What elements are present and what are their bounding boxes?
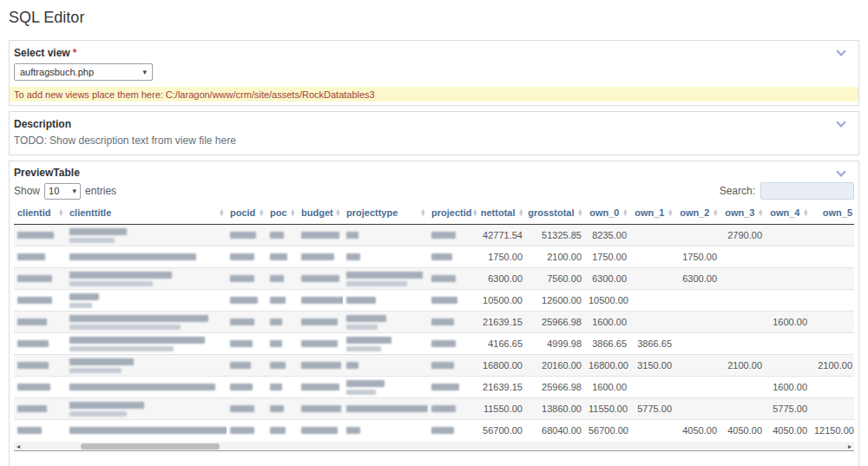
cell-own_4 — [766, 268, 811, 290]
sort-icon[interactable]: ▴▾ — [578, 209, 582, 216]
cell-grosstotal: 68040.00 — [526, 420, 585, 442]
sort-icon[interactable]: ▴▾ — [59, 209, 62, 216]
cell-nettotal: 6300.00 — [476, 268, 526, 290]
redacted-text — [230, 362, 251, 369]
select-view-label: Select view* — [14, 47, 858, 59]
column-header-clienttitle[interactable]: clienttitle▴▾ — [66, 202, 227, 225]
sort-icon[interactable]: ▴▾ — [668, 209, 672, 216]
cell-pocid — [227, 420, 266, 442]
column-header-own_2[interactable]: own_2▴▾ — [675, 202, 720, 225]
search-control: Search: — [720, 182, 854, 200]
redacted-text — [301, 275, 339, 282]
cell-poc — [266, 420, 298, 442]
cell-own_4: 1600.00 — [766, 377, 811, 398]
redacted-text — [346, 272, 423, 279]
column-header-pocid[interactable]: pocid▴▾ — [227, 202, 266, 225]
redacted-text — [230, 297, 258, 304]
sort-icon[interactable]: ▴▾ — [713, 209, 717, 216]
entries-label: entries — [85, 185, 116, 197]
cell-own_0: 16800.00 — [585, 355, 630, 377]
redacted-text — [69, 315, 208, 322]
cell-clienttitle — [66, 355, 227, 377]
redacted-text — [17, 340, 49, 347]
cell-own_0: 1750.00 — [585, 246, 630, 268]
table-row: 56700.0068040.0056700.004050.004050.0040… — [14, 420, 854, 442]
preview-table-panel: PreviewTable Show 10 ▾ entries Search: c… — [9, 161, 859, 466]
scroll-right-icon[interactable]: ▸ — [845, 442, 854, 451]
table-row: 4166.654999.983866.653866.65 — [14, 333, 854, 355]
cell-own_0: 3866.65 — [585, 333, 630, 355]
redacted-text — [69, 402, 144, 409]
page-length-select[interactable]: 10 ▾ — [44, 183, 81, 200]
cell-own_4: 5775.00 — [766, 398, 811, 420]
redacted-text — [346, 325, 378, 330]
cell-grosstotal: 25966.98 — [526, 377, 585, 398]
search-input[interactable] — [760, 182, 854, 200]
sort-icon[interactable]: ▴▾ — [220, 209, 223, 216]
horizontal-scrollbar[interactable]: ◂ ▸ — [14, 442, 854, 451]
redacted-text — [431, 405, 456, 412]
redacted-text — [230, 384, 253, 391]
redacted-text — [230, 275, 254, 282]
sort-icon[interactable]: ▴▾ — [519, 209, 523, 216]
column-header-budget[interactable]: budget▴▾ — [298, 202, 343, 225]
cell-clienttitle — [66, 246, 227, 268]
redacted-text — [69, 293, 99, 300]
view-select[interactable]: auftragsbuch.php ▾ — [14, 63, 153, 81]
column-header-own_1[interactable]: own_1▴▾ — [630, 202, 675, 225]
sort-icon[interactable]: ▴▾ — [623, 209, 627, 216]
scroll-left-icon[interactable]: ◂ — [14, 442, 23, 451]
redacted-text — [301, 427, 338, 434]
redacted-text — [431, 427, 454, 434]
column-header-own_5[interactable]: own_5 — [811, 202, 854, 225]
cell-own_1 — [630, 225, 675, 246]
column-header-nettotal[interactable]: nettotal▴▾ — [476, 202, 526, 225]
redacted-text — [17, 318, 47, 325]
sort-icon[interactable]: ▴▾ — [336, 209, 339, 216]
column-header-own_0[interactable]: own_0▴▾ — [585, 202, 630, 225]
cell-projecttype — [343, 355, 428, 377]
redacted-text — [346, 315, 386, 322]
cell-nettotal: 21639.15 — [476, 377, 526, 398]
cell-pocid — [227, 398, 266, 420]
cell-poc — [266, 246, 298, 268]
column-header-poc[interactable]: poc▴▾ — [266, 202, 298, 225]
cell-clienttitle — [66, 398, 227, 420]
redacted-text — [301, 405, 341, 412]
sort-icon[interactable]: ▴▾ — [421, 209, 424, 216]
cell-pocid — [227, 290, 266, 312]
column-label: own_5 — [823, 207, 852, 218]
cell-grosstotal: 25966.98 — [526, 312, 585, 333]
cell-pocid — [227, 355, 266, 377]
caret-down-icon: ▾ — [73, 187, 77, 195]
column-header-grosstotal[interactable]: grosstotal▴▾ — [526, 202, 585, 225]
scrollbar-thumb[interactable] — [81, 443, 220, 450]
redacted-text — [346, 405, 428, 412]
cell-poc — [266, 333, 298, 355]
sort-icon[interactable]: ▴▾ — [291, 209, 294, 216]
sort-icon[interactable]: ▴▾ — [759, 209, 762, 216]
cell-nettotal: 1750.00 — [476, 246, 526, 268]
cell-own_4 — [766, 246, 811, 268]
sort-icon[interactable]: ▴▾ — [804, 209, 807, 216]
column-header-projectid[interactable]: projectid▴▾ — [428, 202, 476, 225]
redacted-text — [69, 303, 92, 308]
cell-nettotal: 10500.00 — [476, 290, 526, 312]
preview-table-label: PreviewTable — [14, 167, 854, 179]
sort-icon[interactable]: ▴▾ — [473, 209, 477, 216]
sort-icon[interactable]: ▴▾ — [260, 209, 263, 216]
column-header-projecttype[interactable]: projecttype▴▾ — [343, 202, 428, 225]
cell-own_2 — [675, 355, 720, 377]
column-header-own_4[interactable]: own_4▴▾ — [766, 202, 811, 225]
redacted-text — [17, 297, 52, 304]
cell-pocid — [227, 333, 266, 355]
cell-own_2: 6300.00 — [675, 268, 720, 290]
redacted-text — [69, 337, 205, 344]
column-header-clientid[interactable]: clientid▴▾ — [14, 202, 66, 225]
cell-clientid — [14, 290, 66, 312]
column-header-own_3[interactable]: own_3▴▾ — [720, 202, 766, 225]
redacted-text — [270, 340, 282, 347]
redacted-text — [69, 358, 134, 365]
cell-own_1 — [630, 290, 675, 312]
redacted-text — [17, 384, 50, 391]
